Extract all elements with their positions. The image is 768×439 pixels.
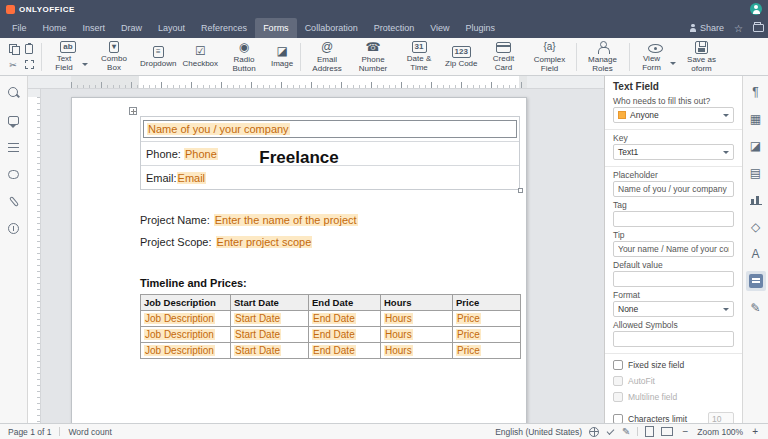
table-settings-icon[interactable]: ▦: [746, 109, 766, 129]
hours-form-field[interactable]: Hours: [384, 345, 413, 356]
share-button[interactable]: Share: [688, 23, 724, 33]
characters-limit-input[interactable]: [708, 412, 734, 423]
document-canvas[interactable]: Freelance Name of you / your company Pho…: [28, 76, 604, 423]
hours-form-field[interactable]: Hours: [384, 329, 413, 340]
image-settings-icon[interactable]: ◪: [746, 136, 766, 156]
tab-home[interactable]: Home: [35, 18, 75, 38]
toolbar-manage-roles-button[interactable]: Manage Roles: [580, 38, 626, 76]
tab-references[interactable]: References: [193, 18, 255, 38]
open-file-location-icon[interactable]: [753, 24, 764, 32]
phone-form-field[interactable]: Phone: [184, 148, 218, 160]
vertical-ruler[interactable]: [28, 89, 41, 423]
project-name-form-field[interactable]: Enter the name of the project: [214, 214, 358, 226]
toolbar-phone-number-button[interactable]: ☎ Phone Number: [350, 38, 396, 76]
job-description-form-field[interactable]: Job Description: [144, 313, 215, 324]
copy-button[interactable]: [6, 42, 20, 56]
fit-page-icon[interactable]: [645, 426, 654, 437]
toolbar-combo-box-button[interactable]: ▾ Combo Box: [91, 38, 137, 75]
allowed-symbols-input[interactable]: [613, 331, 734, 347]
shape-settings-icon[interactable]: ◇: [746, 217, 766, 237]
price-form-field[interactable]: Price: [456, 329, 481, 340]
header-footer-settings-icon[interactable]: ▤: [746, 163, 766, 183]
cut-button[interactable]: ✂: [6, 58, 20, 72]
search-icon[interactable]: [7, 86, 21, 100]
tab-protection[interactable]: Protection: [366, 18, 423, 38]
paragraph-settings-icon[interactable]: ¶: [746, 82, 766, 102]
tab-insert[interactable]: Insert: [75, 18, 114, 38]
price-form-field[interactable]: Price: [456, 313, 481, 324]
textart-settings-icon[interactable]: A: [746, 244, 766, 264]
project-scope-form-field[interactable]: Enter project scope: [216, 236, 313, 248]
table-resize-handle-icon[interactable]: [518, 188, 523, 193]
toolbar-image-button[interactable]: ◪ Image: [267, 42, 297, 71]
user-avatar[interactable]: [750, 3, 762, 15]
comments-icon[interactable]: [7, 113, 21, 127]
language-globe-icon[interactable]: [589, 427, 599, 437]
format-select[interactable]: None: [613, 301, 734, 317]
paste-button[interactable]: [22, 42, 36, 56]
start-date-form-field[interactable]: Start Date: [234, 345, 281, 356]
end-date-form-field[interactable]: End Date: [312, 329, 356, 340]
toolbar-dropdown-button[interactable]: ≡ Dropdown: [137, 43, 179, 71]
zoom-out-button[interactable]: −: [680, 427, 690, 437]
page-info[interactable]: Page 1 of 1: [8, 427, 51, 437]
track-changes-icon[interactable]: ✎: [622, 427, 630, 437]
job-description-form-field[interactable]: Job Description: [144, 329, 215, 340]
navigation-icon[interactable]: [7, 140, 21, 154]
toolbar-complex-field-button[interactable]: {a} Complex Field: [527, 38, 573, 76]
characters-limit-checkbox[interactable]: Characters limit: [613, 412, 734, 423]
role-select[interactable]: Anyone: [613, 107, 734, 123]
zoom-in-button[interactable]: +: [750, 427, 760, 437]
favorite-star-icon[interactable]: ☆: [734, 23, 743, 34]
chat-icon[interactable]: [7, 167, 21, 181]
placeholder-input[interactable]: [613, 181, 734, 197]
default-value-input[interactable]: [613, 271, 734, 287]
document-language[interactable]: English (United States): [495, 427, 582, 437]
end-date-form-field[interactable]: End Date: [312, 345, 356, 356]
toolbar-credit-card-button[interactable]: Credit Card: [481, 38, 527, 75]
fixed-size-field-checkbox[interactable]: Fixed size field: [613, 360, 734, 370]
toolbar-zip-code-button[interactable]: 123 Zip Code: [442, 43, 480, 71]
price-form-field[interactable]: Price: [456, 345, 481, 356]
tab-view[interactable]: View: [422, 18, 457, 38]
toolbar-text-field-button[interactable]: ab Text Field: [45, 38, 91, 75]
start-date-form-field[interactable]: Start Date: [234, 313, 281, 324]
tab-layout[interactable]: Layout: [150, 18, 193, 38]
toolbar-date-time-button[interactable]: 31 Date & Time: [396, 38, 442, 75]
key-select[interactable]: Text1: [613, 144, 734, 160]
tab-file[interactable]: File: [4, 18, 35, 38]
autofit-checkbox[interactable]: AutoFit: [613, 376, 734, 386]
spellcheck-icon[interactable]: [606, 428, 615, 435]
tab-plugins[interactable]: Plugins: [458, 18, 504, 38]
form-settings-icon[interactable]: [746, 271, 766, 291]
tab-draw[interactable]: Draw: [113, 18, 150, 38]
toolbar-view-form-button[interactable]: View Form: [633, 39, 679, 75]
job-description-form-field[interactable]: Job Description: [144, 345, 215, 356]
toolbar-save-as-oform-button[interactable]: Save as oform: [679, 38, 725, 76]
about-icon[interactable]: [7, 221, 21, 235]
horizontal-ruler[interactable]: [28, 76, 604, 89]
chart-settings-icon[interactable]: [746, 190, 766, 210]
start-date-form-field[interactable]: Start Date: [234, 329, 281, 340]
end-date-form-field[interactable]: End Date: [312, 313, 356, 324]
hours-form-field[interactable]: Hours: [384, 313, 413, 324]
multiline-field-checkbox[interactable]: Multiline field: [613, 392, 734, 402]
tip-input[interactable]: [613, 241, 734, 257]
fit-width-icon[interactable]: [661, 427, 673, 436]
feedback-icon[interactable]: [7, 194, 21, 208]
toolbar-radio-button-button[interactable]: ◉ Radio Button: [221, 38, 267, 76]
table-move-handle-icon[interactable]: [129, 107, 137, 115]
timeline-heading: Timeline and Prices:: [140, 277, 518, 289]
name-form-field[interactable]: Name of you / your company: [143, 120, 517, 138]
signature-settings-icon[interactable]: ✎: [746, 298, 766, 318]
tab-forms[interactable]: Forms: [255, 18, 297, 38]
email-form-field[interactable]: Email: [177, 172, 207, 184]
document-page[interactable]: Freelance Name of you / your company Pho…: [71, 97, 527, 423]
tab-collaboration[interactable]: Collaboration: [297, 18, 366, 38]
toolbar-email-address-button[interactable]: @ Email Address: [304, 38, 350, 76]
toolbar-checkbox-button[interactable]: ☑ Checkbox: [179, 42, 221, 71]
tag-input[interactable]: [613, 211, 734, 227]
word-count[interactable]: Word count: [68, 427, 111, 437]
toolbar-separator: [629, 43, 630, 71]
select-all-button[interactable]: [22, 58, 36, 72]
